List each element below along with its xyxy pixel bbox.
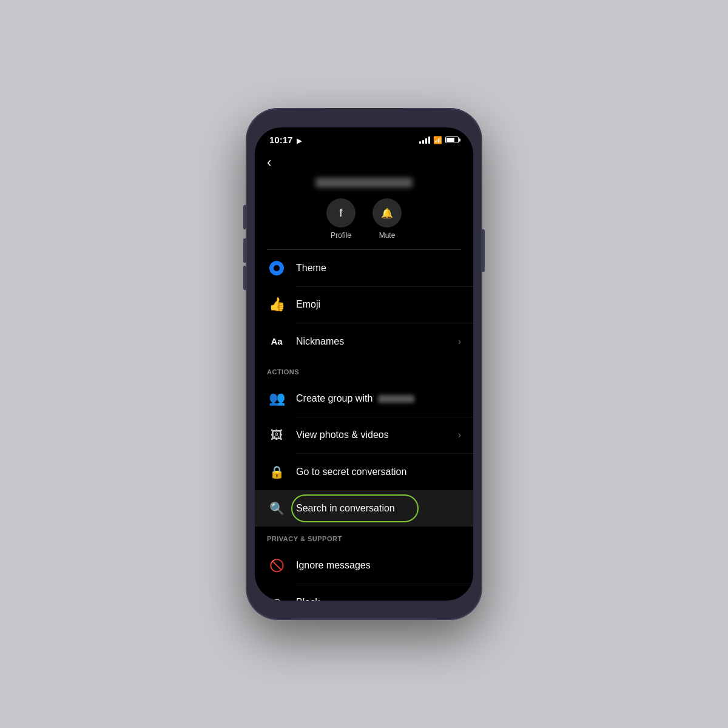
status-bar: 10:17 ▶ 📶 <box>255 127 473 149</box>
emoji-menu-item[interactable]: 👍 Emoji <box>255 286 473 323</box>
ignore-messages-menu-item[interactable]: 🚫 Ignore messages <box>255 547 473 584</box>
ignore-messages-label: Ignore messages <box>296 560 461 571</box>
view-photos-menu-item[interactable]: 🖼 View photos & videos › <box>255 417 473 453</box>
notch <box>325 108 403 125</box>
nicknames-icon: Aa <box>267 332 286 351</box>
battery-icon <box>445 136 459 143</box>
mute-icon: 🔔 <box>372 198 402 228</box>
screen-content: ‹ f Profile 🔔 Mute <box>255 149 473 601</box>
group-icon: 👥 <box>267 389 286 408</box>
phone-screen: 10:17 ▶ 📶 ‹ <box>255 127 473 601</box>
block-chevron: › <box>458 597 461 601</box>
profile-icon: f <box>326 198 356 228</box>
privacy-section-label: PRIVACY & SUPPORT <box>255 527 473 547</box>
search-conversation-label: Search in conversation <box>296 503 461 514</box>
mute-label: Mute <box>379 231 396 240</box>
contact-name-redacted <box>315 178 413 187</box>
search-icon: 🔍 <box>267 499 286 518</box>
block-menu-item[interactable]: ⊖ Block › <box>255 584 473 601</box>
block-icon: ⊖ <box>267 593 286 601</box>
nicknames-menu-item[interactable]: Aa Nicknames › <box>255 323 473 360</box>
theme-menu-item[interactable]: Theme <box>255 250 473 286</box>
status-icons: 📶 <box>419 136 459 144</box>
lock-icon: 🔒 <box>267 462 286 482</box>
phone-frame: 10:17 ▶ 📶 ‹ <box>246 108 482 620</box>
actions-section-label: ACTIONS <box>255 360 473 380</box>
back-button[interactable]: ‹ <box>267 155 271 170</box>
emoji-icon: 👍 <box>267 295 286 314</box>
profile-button[interactable]: f Profile <box>326 198 356 240</box>
status-time: 10:17 ▶ <box>269 135 302 145</box>
theme-label: Theme <box>296 263 461 274</box>
signal-icon <box>419 136 430 144</box>
search-conversation-menu-item[interactable]: 🔍 Search in conversation <box>255 490 473 527</box>
emoji-label: Emoji <box>296 299 461 310</box>
nicknames-chevron: › <box>458 336 461 347</box>
view-photos-chevron: › <box>458 430 461 440</box>
nicknames-label: Nicknames <box>296 336 448 347</box>
profile-label: Profile <box>331 231 351 240</box>
wifi-icon: 📶 <box>433 136 442 144</box>
create-group-label: Create group with <box>296 393 461 404</box>
view-photos-label: View photos & videos <box>296 430 448 440</box>
ignore-icon: 🚫 <box>267 556 286 575</box>
create-group-menu-item[interactable]: 👥 Create group with <box>255 380 473 417</box>
header-actions: f Profile 🔔 Mute <box>326 198 402 240</box>
mute-button[interactable]: 🔔 Mute <box>372 198 402 240</box>
search-conversation-container: 🔍 Search in conversation <box>255 490 473 527</box>
secret-conversation-label: Go to secret conversation <box>296 467 461 477</box>
header: ‹ f Profile 🔔 Mute <box>255 149 473 249</box>
theme-icon <box>267 258 286 278</box>
secret-conversation-menu-item[interactable]: 🔒 Go to secret conversation <box>255 454 473 490</box>
photo-icon: 🖼 <box>267 425 286 445</box>
block-label: Block <box>296 597 448 601</box>
